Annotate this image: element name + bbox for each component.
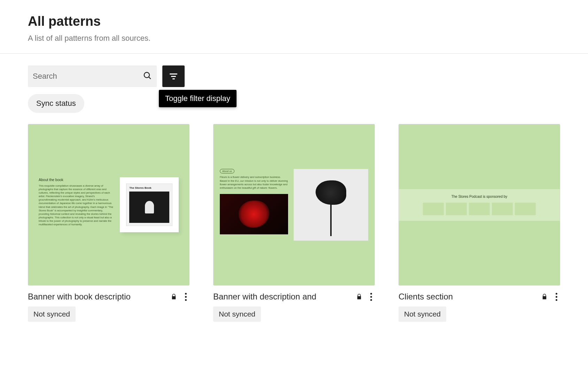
pattern-title[interactable]: Banner with book descriptio — [28, 292, 166, 302]
svg-line-1 — [149, 77, 150, 79]
filter-toggle-button[interactable] — [162, 65, 185, 87]
preview-text: The Stores Podcast is sponsored by — [451, 195, 508, 198]
preview-book-title: The Stores Book — [129, 187, 169, 190]
filter-chips: Sync status — [28, 94, 560, 113]
preview-pill: About us — [220, 169, 234, 173]
preview-heading: About the book — [39, 177, 114, 182]
lock-icon — [541, 293, 548, 301]
page-subtitle: A list of all patterns from all sources. — [28, 34, 560, 43]
svg-point-0 — [144, 72, 149, 78]
filter-icon — [170, 73, 177, 79]
pattern-title[interactable]: Banner with description and — [213, 292, 351, 302]
page: All patterns A list of all patterns from… — [0, 0, 588, 336]
sync-badge: Not synced — [28, 306, 76, 322]
header-section: All patterns A list of all patterns from… — [0, 0, 588, 54]
search-wrapper — [28, 65, 157, 87]
patterns-grid: About the book This exquisite compilatio… — [28, 124, 560, 322]
preview-body: This exquisite compilation showcases a d… — [39, 184, 114, 227]
search-input[interactable] — [33, 72, 143, 81]
pattern-thumbnail[interactable]: The Stores Podcast is sponsored by — [399, 124, 560, 286]
sync-badge: Not synced — [213, 306, 261, 322]
card-footer: Banner with description and — [213, 286, 375, 306]
sync-badge: Not synced — [399, 306, 446, 322]
card-footer: Banner with book descriptio — [28, 286, 189, 306]
pattern-card: About the book This exquisite compilatio… — [28, 124, 189, 322]
lock-icon — [355, 293, 363, 301]
card-footer: Clients section — [399, 286, 560, 306]
more-actions-button[interactable] — [552, 293, 560, 301]
lock-icon — [170, 293, 178, 301]
search-icon[interactable] — [143, 71, 152, 81]
more-actions-button[interactable] — [367, 293, 375, 301]
pattern-title[interactable]: Clients section — [399, 292, 536, 302]
pattern-thumbnail[interactable]: About the book This exquisite compilatio… — [28, 124, 189, 286]
filter-tooltip: Toggle filter display — [159, 90, 237, 107]
toolbar: Toggle filter display — [28, 65, 560, 87]
pattern-thumbnail[interactable]: About us Fleurs is a flower delivery and… — [213, 124, 375, 286]
page-title: All patterns — [28, 14, 560, 29]
pattern-card: About us Fleurs is a flower delivery and… — [213, 124, 375, 322]
more-actions-button[interactable] — [182, 293, 189, 301]
pattern-card: The Stores Podcast is sponsored by Clien… — [399, 124, 560, 322]
sync-status-chip[interactable]: Sync status — [28, 94, 84, 113]
content-section: Toggle filter display Sync status About … — [0, 54, 588, 336]
preview-body: Fleurs is a flower delivery and subscrip… — [220, 176, 288, 190]
